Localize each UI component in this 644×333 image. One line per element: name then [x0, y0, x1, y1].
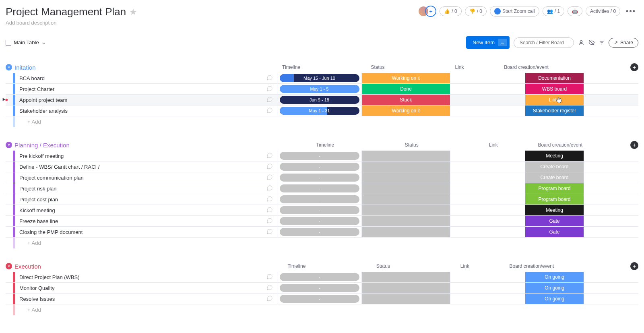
column-header-timeline[interactable]: Timeline [249, 64, 334, 70]
add-column-button[interactable]: + [630, 141, 638, 149]
share-button[interactable]: ↗ Share [609, 38, 638, 48]
item-name[interactable]: Closing the PMP document [19, 229, 83, 235]
item-name[interactable]: Project communication plan [19, 175, 84, 181]
board-event-cell[interactable]: Program board [525, 194, 584, 205]
table-row[interactable]: BCA board May 15 - Jun 10 Working on it … [6, 73, 638, 84]
link-cell[interactable] [450, 172, 525, 183]
board-event-cell[interactable]: On going [525, 294, 584, 304]
timeline-cell[interactable]: - [277, 272, 361, 282]
table-row[interactable]: Project Charter May 1 - 5 Done WBS board [6, 84, 638, 95]
status-cell[interactable]: Working on it [361, 73, 450, 83]
link-cell[interactable] [450, 161, 525, 172]
item-name[interactable]: Project Charter [19, 86, 54, 92]
board-event-cell[interactable]: Gate [525, 227, 584, 237]
thumbs-down-button[interactable]: 👎 / 0 [465, 6, 487, 16]
new-item-button[interactable]: New Item ⌄ [466, 36, 510, 49]
timeline-cell[interactable]: Jun 9 - 18 [277, 95, 361, 105]
group-collapse-icon[interactable]: ▾ [6, 142, 12, 148]
add-item-row[interactable]: + Add [13, 116, 638, 127]
column-header-timeline[interactable]: Timeline [283, 142, 367, 148]
board-event-cell[interactable]: Create board [525, 161, 584, 172]
activities-button[interactable]: Activities / 0 [586, 6, 620, 16]
status-cell[interactable] [361, 216, 450, 226]
board-event-cell[interactable]: Links [525, 95, 584, 105]
column-header-status[interactable]: Status [339, 263, 427, 269]
chat-icon[interactable] [266, 174, 273, 182]
timeline-cell[interactable]: - [277, 161, 361, 172]
column-header-link[interactable]: Link [422, 64, 497, 70]
item-name[interactable]: BCA board [19, 75, 45, 81]
link-cell[interactable] [450, 183, 525, 194]
chat-icon[interactable] [266, 74, 273, 82]
board-event-cell[interactable]: Stakeholder register [525, 105, 584, 116]
sort-filter-icon[interactable] [599, 40, 605, 46]
chat-icon[interactable] [266, 295, 273, 303]
timeline-cell[interactable]: - [277, 151, 361, 161]
column-header-board[interactable]: Board creation/event [502, 263, 561, 269]
item-name[interactable]: Monitor Quality [19, 285, 54, 291]
chat-icon[interactable] [266, 163, 273, 171]
item-name[interactable]: Stakeholder analysis [19, 108, 68, 114]
chat-icon[interactable] [266, 196, 273, 203]
group-title[interactable]: Execution [14, 263, 41, 270]
group-title[interactable]: Initation [14, 64, 36, 71]
table-row[interactable]: Project cost plan - Program board [6, 194, 638, 205]
status-cell[interactable] [361, 294, 450, 304]
group-title[interactable]: Planning / Execution [14, 142, 70, 149]
board-event-cell[interactable]: Meeting [525, 151, 584, 161]
favorite-star-icon[interactable]: ★ [129, 7, 137, 17]
status-cell[interactable]: Working on it [361, 105, 450, 116]
column-header-board[interactable]: Board creation/event [497, 64, 556, 70]
board-event-cell[interactable]: On going [525, 283, 584, 293]
thumbs-up-button[interactable]: 👍 / 0 [440, 6, 461, 16]
status-cell[interactable] [361, 172, 450, 183]
table-row[interactable]: Define - WBS/ Gantt chart / RACI / - Cre… [6, 161, 638, 172]
table-row[interactable]: Stakeholder analysis May 1 - 31 Working … [6, 105, 638, 116]
table-row[interactable]: Freeze base line - Gate [6, 216, 638, 227]
board-event-cell[interactable]: Create board [525, 172, 584, 183]
status-cell[interactable] [361, 283, 450, 293]
board-event-cell[interactable]: Gate [525, 216, 584, 226]
timeline-cell[interactable]: - [277, 227, 361, 237]
table-row[interactable]: ● Appoint project team Jun 9 - 18 Stuck … [6, 95, 638, 105]
link-cell[interactable] [450, 205, 525, 215]
table-row[interactable]: Direct Project Plan (WBS) - On going [6, 272, 638, 283]
chat-icon[interactable] [266, 107, 273, 115]
board-title[interactable]: Project Management Plan [6, 6, 126, 18]
status-cell[interactable] [361, 272, 450, 282]
timeline-cell[interactable]: May 15 - Jun 10 [277, 73, 361, 83]
table-row[interactable]: Pre kickoff meeting - Meeting [6, 151, 638, 161]
automations-button[interactable]: 🤖 [568, 6, 582, 16]
group-collapse-icon[interactable]: ▾ [6, 263, 12, 269]
chat-icon[interactable] [266, 185, 273, 192]
link-cell[interactable] [450, 272, 525, 282]
chat-icon[interactable] [266, 273, 273, 281]
avatar-cluster[interactable]: + [418, 6, 436, 17]
timeline-cell[interactable]: - [277, 283, 361, 293]
status-cell[interactable] [361, 183, 450, 194]
column-header-link[interactable]: Link [427, 263, 502, 269]
people-button[interactable]: 👥 / 1 [543, 6, 564, 16]
column-header-board[interactable]: Board creation/event [531, 142, 590, 148]
item-name[interactable]: Project risk plan [19, 186, 56, 192]
column-header-status[interactable]: Status [334, 64, 422, 70]
timeline-cell[interactable]: May 1 - 5 [277, 84, 361, 94]
link-cell[interactable] [450, 95, 525, 105]
chat-icon[interactable] [266, 152, 273, 160]
more-menu-icon[interactable]: ••• [623, 7, 638, 16]
table-row[interactable]: Closing the PMP document - Gate [6, 227, 638, 238]
item-name[interactable]: Kickoff meeting [19, 207, 55, 213]
table-row[interactable]: Project risk plan - Program board [6, 183, 638, 194]
item-name[interactable]: Project cost plan [19, 196, 58, 203]
item-name[interactable]: Freeze base line [19, 218, 58, 224]
add-item-row[interactable]: + Add [13, 304, 638, 315]
group-collapse-icon[interactable]: ▾ [6, 64, 12, 70]
hide-columns-icon[interactable] [588, 39, 595, 46]
column-header-link[interactable]: Link [456, 142, 531, 148]
timeline-cell[interactable]: May 1 - 31 [277, 105, 361, 116]
item-name[interactable]: Appoint project team [19, 97, 67, 103]
new-item-chevron-icon[interactable]: ⌄ [498, 39, 507, 46]
link-cell[interactable] [450, 105, 525, 116]
link-cell[interactable] [450, 227, 525, 237]
item-name[interactable]: Pre kickoff meeting [19, 153, 64, 159]
